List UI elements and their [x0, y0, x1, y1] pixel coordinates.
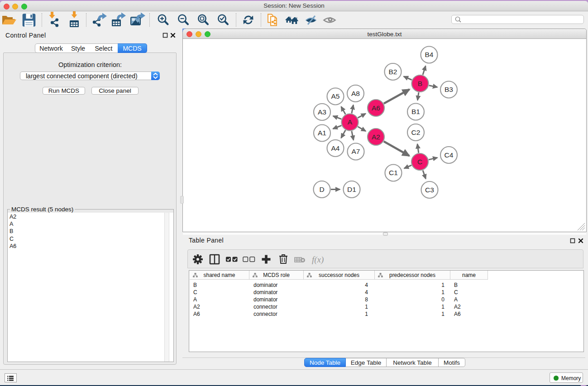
svg-text:A4: A4 [331, 144, 340, 152]
svg-text:C: C [417, 158, 422, 166]
svg-text:A3: A3 [318, 108, 326, 116]
svg-text:B2: B2 [389, 68, 397, 76]
svg-text:C1: C1 [389, 169, 398, 176]
svg-text:A5: A5 [331, 92, 340, 100]
svg-text:B3: B3 [445, 86, 453, 93]
svg-text:C3: C3 [425, 186, 434, 194]
svg-text:f(x): f(x) [312, 255, 324, 265]
svg-text:B: B [418, 80, 422, 87]
svg-text:D: D [319, 186, 324, 193]
svg-text:A8: A8 [351, 90, 360, 97]
svg-text:B4: B4 [425, 51, 434, 58]
svg-text:A1: A1 [318, 129, 326, 137]
svg-text:B1: B1 [411, 108, 420, 115]
svg-text:A2: A2 [372, 133, 380, 141]
svg-text:A: A [348, 118, 353, 126]
svg-text:C4: C4 [445, 151, 454, 159]
svg-text:A6: A6 [372, 104, 380, 112]
svg-text:A7: A7 [352, 148, 360, 155]
svg-text:C2: C2 [411, 129, 421, 136]
svg-text:D1: D1 [347, 186, 356, 193]
